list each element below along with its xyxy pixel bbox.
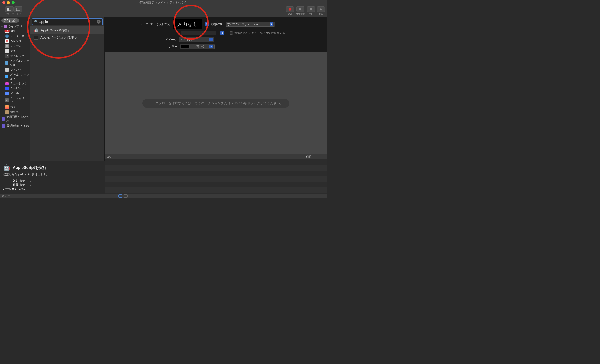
sidebar-item-pdf[interactable]: PDFPDF [0, 29, 30, 34]
view-mode-list-button[interactable] [124, 194, 128, 198]
terminal-icon [34, 36, 38, 40]
info-description: 指定したAppleScriptを実行します。 [3, 173, 101, 177]
search-target-select[interactable]: すべてのアプリケーション ⇅ [226, 22, 275, 27]
receives-select[interactable]: 入力なし [173, 19, 203, 29]
disclosure-triangle-icon[interactable]: ▼ [1, 26, 3, 28]
image-select[interactable]: すべての ⇅ [179, 37, 214, 42]
library-root-label: ライブラリ [8, 25, 22, 28]
mail-icon [5, 91, 9, 95]
sidebar-item-movie[interactable]: ムービー [0, 86, 30, 91]
workflow-drop-area[interactable]: ワークフローを作成するには、ここにアクションまたはファイルをドラッグしてください… [104, 53, 327, 154]
sidebar-item-photos[interactable]: 写真 [0, 105, 30, 110]
svg-rect-1 [8, 8, 9, 10]
sidebar-item-presentation[interactable]: プレゼンテーション [0, 72, 30, 81]
stop-icon: ■ [310, 7, 312, 11]
wrench-icon: ✕ [5, 98, 9, 102]
contacts-icon [5, 110, 9, 114]
sidebar-item-text[interactable]: テキスト [0, 48, 30, 53]
chevron-updown-icon: ⇅ [209, 38, 213, 41]
log-area: ログ 時間 [104, 154, 327, 194]
window-title: 名称未設定（クイックアクション） [139, 0, 188, 5]
color-swatch [181, 45, 190, 48]
sidebar-item-contacts[interactable]: 連絡先 [0, 110, 30, 115]
record-icon [289, 8, 291, 10]
svg-rect-2 [16, 8, 20, 10]
clear-search-button[interactable]: ✕ [97, 20, 101, 24]
media-toggle-button[interactable] [14, 6, 22, 12]
gear-icon: ⚙ [5, 44, 9, 48]
chevron-updown-icon: ⇅ [209, 45, 213, 48]
sidebar-item-utility[interactable]: ✕ユーティリティ [0, 96, 30, 105]
chevron-updown-icon: ⇅ [270, 22, 273, 26]
grid-toggle-button[interactable]: ⊞ [8, 194, 10, 198]
minimize-button[interactable] [7, 1, 10, 4]
hammer-icon: ✕ [5, 54, 9, 58]
presentation-icon [5, 75, 8, 78]
sidebar-item-files[interactable]: ファイルとフォルダ [0, 58, 30, 67]
record-button[interactable] [286, 6, 294, 12]
text-icon [5, 49, 9, 53]
sidebar-item-internet[interactable]: インターネ [0, 34, 30, 39]
search-target-label: 検索対象: [211, 22, 223, 26]
search-icon: 🔍 [34, 20, 38, 23]
view-mode-workflow-button[interactable] [118, 194, 122, 198]
hidden-select[interactable] [181, 31, 216, 35]
chevron-updown-icon[interactable]: ⇅ [220, 31, 224, 35]
close-button[interactable] [2, 1, 5, 4]
movie-icon [5, 87, 9, 91]
sidebar-item-music[interactable]: ミュージック [0, 81, 30, 86]
image-label: イメージ [166, 38, 177, 42]
library-label: ライブラリ [2, 12, 14, 16]
globe-icon [5, 35, 9, 38]
record-label: 記録 [288, 12, 292, 16]
toolbar: ライブラリ メディア 記録 ⏭ コマ送り ■ 中止 ▶ 実行 [0, 5, 327, 17]
search-input[interactable] [39, 20, 95, 24]
log-column-header[interactable]: ログ [104, 154, 304, 155]
gear-menu-button[interactable]: ⚙▾ [2, 194, 6, 198]
replace-text-checkbox[interactable]: 選択されたテキストを出力で置き換える [230, 31, 285, 35]
sidebar-item-calendar[interactable]: 17カレンダー [0, 39, 30, 44]
result-item-version[interactable]: Appleバージョン管理ツ [30, 34, 104, 41]
maximize-button[interactable] [12, 1, 15, 4]
workflow-config: ワークフローが受け取る 入力なし ⇅ 検索対象: すべてのアプリケーション ⇅ … [104, 17, 327, 53]
receives-label: ワークフローが受け取る [140, 22, 171, 26]
photo-icon [5, 105, 9, 109]
sidebar-item-system[interactable]: ⚙システム [0, 44, 30, 48]
step-button[interactable]: ⏭ [297, 6, 304, 12]
chevron-updown-icon[interactable]: ⇅ [205, 22, 209, 26]
search-field[interactable]: 🔍 ✕ [32, 18, 103, 25]
sidebar-smart-recent[interactable]: 最近追加したもの [0, 123, 30, 128]
library-root[interactable]: ▼ ライブラリ [0, 24, 30, 29]
workflow-canvas: ワークフローが受け取る 入力なし ⇅ 検索対象: すべてのアプリケーション ⇅ … [104, 17, 327, 194]
workflow-placeholder: ワークフローを作成するには、ここにアクションまたはファイルをドラッグしてください… [142, 99, 289, 108]
actions-tab[interactable]: アクション [1, 18, 19, 23]
sidebar-item-mail[interactable]: メール [0, 91, 30, 96]
sidebar-item-font[interactable]: フォント [0, 67, 30, 72]
titlebar: 名称未設定（クイックアクション） [0, 0, 327, 5]
calendar-icon: 17 [5, 39, 9, 43]
step-label: コマ送り [296, 12, 305, 16]
info-input: 入力: 特定なし [3, 179, 101, 183]
library-icon [4, 25, 7, 28]
info-result: 結果: 特定なし [3, 183, 101, 187]
library-toggle-button[interactable] [5, 6, 14, 12]
info-version: バージョン: 1.0.2 [3, 187, 101, 191]
statusbar: ⚙▾ ⊞ [0, 194, 327, 198]
run-button[interactable]: ▶ [317, 6, 325, 12]
window-controls [0, 1, 15, 4]
smart-folder-icon [2, 117, 5, 121]
step-icon: ⏭ [299, 7, 302, 11]
info-title: AppleScriptを実行 [13, 165, 47, 170]
time-column-header[interactable]: 時間 [304, 154, 327, 159]
stop-label: 中止 [309, 12, 313, 16]
play-icon: ▶ [320, 7, 322, 11]
sidebar-item-developer[interactable]: ✕デベロッパ [0, 53, 30, 58]
music-icon [5, 82, 9, 85]
media-label: メディア [16, 12, 25, 16]
color-select[interactable]: ブラック ⇅ [179, 44, 215, 49]
font-icon [5, 68, 9, 72]
sidebar-smart-frequent[interactable]: 使用回数が多いもの [0, 115, 30, 123]
stop-button[interactable]: ■ [307, 6, 315, 12]
result-item-applescript[interactable]: 🤖 AppleScriptを実行 [30, 27, 104, 34]
applescript-icon: 🤖 [34, 28, 38, 33]
